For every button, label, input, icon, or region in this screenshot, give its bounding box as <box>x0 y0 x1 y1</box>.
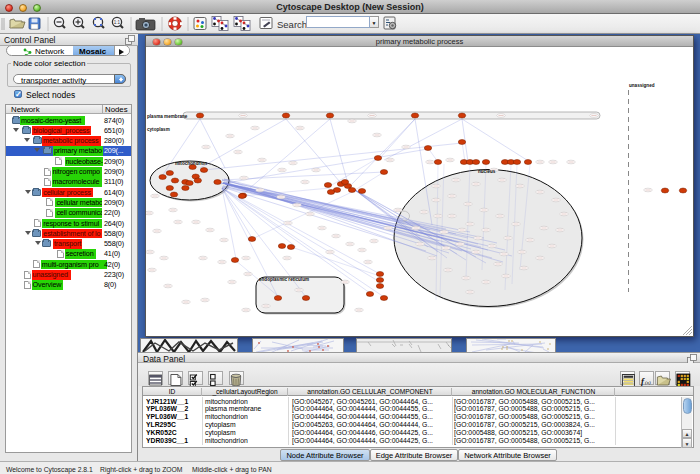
svg-text:endoplasmic reticulum: endoplasmic reticulum <box>259 277 309 282</box>
svg-text:unassigned: unassigned <box>629 83 655 88</box>
svg-text:nucleus: nucleus <box>478 169 496 174</box>
svg-text:mitochondrion: mitochondrion <box>175 161 207 166</box>
svg-text:1:1: 1:1 <box>114 20 121 25</box>
svg-text:plasma membrane: plasma membrane <box>147 114 188 119</box>
svg-text:(x): (x) <box>645 380 651 385</box>
svg-text:cytoplasm: cytoplasm <box>147 127 170 132</box>
